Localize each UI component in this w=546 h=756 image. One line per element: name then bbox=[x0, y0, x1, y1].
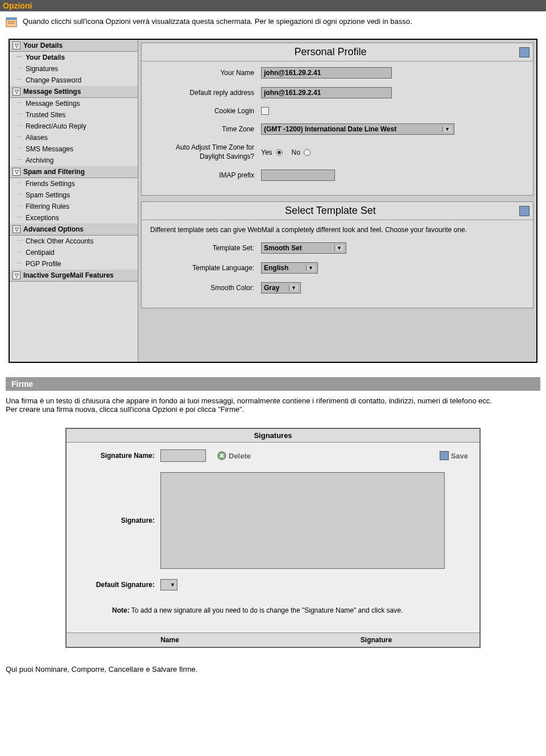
select-smooth-color[interactable]: Gray▼ bbox=[261, 282, 301, 294]
save-icon[interactable] bbox=[519, 206, 530, 216]
sidebar-section-message-settings[interactable]: ▽Message Settings bbox=[10, 86, 138, 98]
label-your-name: Your Name bbox=[150, 69, 261, 77]
th-signature: Signature bbox=[273, 633, 479, 647]
radio-dst-no[interactable] bbox=[304, 149, 311, 156]
label-time-zone: Time Zone bbox=[150, 125, 261, 133]
options-window: ▽Your Details Your Details Signatures Ch… bbox=[9, 39, 537, 363]
input-signature-name[interactable] bbox=[160, 449, 206, 462]
sidebar-item-archiving[interactable]: Archiving bbox=[10, 155, 138, 166]
sidebar-item-exceptions[interactable]: Exceptions bbox=[10, 212, 138, 224]
sidebar-item-pgp-profile[interactable]: PGP Profile bbox=[10, 258, 138, 270]
delete-button[interactable]: Delete bbox=[217, 451, 251, 460]
sidebar-item-redirect-auto-reply[interactable]: Redirect/Auto Reply bbox=[10, 121, 138, 132]
select-time-zone[interactable]: (GMT -1200) International Date Line West… bbox=[261, 123, 454, 135]
main-panel: Personal Profile Your Name john@161.29.2… bbox=[138, 40, 536, 362]
firme-description: Una firma è un testo di chiusura che app… bbox=[0, 391, 546, 419]
sidebar-section-your-details[interactable]: ▽Your Details bbox=[10, 40, 138, 52]
signatures-table-header: Name Signature bbox=[67, 633, 479, 647]
signatures-panel: Signatures Signature Name: Delete Save S… bbox=[65, 428, 481, 648]
signatures-note: Note: To add a new signature all you nee… bbox=[78, 601, 468, 626]
select-template-language[interactable]: English▼ bbox=[261, 262, 318, 274]
sidebar-item-filtering-rules[interactable]: Filtering Rules bbox=[10, 201, 138, 212]
label-dst: Auto Adjust Time Zone for Daylight Savin… bbox=[150, 143, 261, 161]
label-default-signature: Default Signature: bbox=[78, 581, 160, 589]
label-template-language: Template Language: bbox=[150, 264, 261, 272]
textarea-signature[interactable] bbox=[160, 472, 445, 569]
sidebar-item-friends-settings[interactable]: Friends Settings bbox=[10, 178, 138, 189]
sidebar-item-sms-messages[interactable]: SMS Messages bbox=[10, 143, 138, 155]
intro-text: Quando clicchi sull'icona Opzioni verrà … bbox=[23, 17, 546, 27]
template-set-panel: Select Template Set Different template s… bbox=[141, 201, 533, 308]
bottom-text: Qui puoi Nominare, Comporre, Cancellare … bbox=[0, 656, 546, 682]
sidebar-section-advanced[interactable]: ▽Advanced Options bbox=[10, 224, 138, 236]
radio-dst-yes[interactable] bbox=[276, 149, 283, 156]
label-smooth-color: Smooth Color: bbox=[150, 284, 261, 292]
collapse-arrow-icon: ▽ bbox=[13, 42, 20, 49]
signatures-title: Signatures bbox=[67, 429, 479, 443]
chevron-down-icon: ▼ bbox=[306, 265, 315, 271]
panel-title: Personal Profile bbox=[142, 43, 519, 61]
label-cookie-login: Cookie Login bbox=[150, 107, 261, 115]
chevron-down-icon: ▼ bbox=[442, 126, 452, 132]
collapse-arrow-icon: ▽ bbox=[13, 271, 20, 279]
personal-profile-panel: Personal Profile Your Name john@161.29.2… bbox=[141, 43, 533, 196]
label-signature-name: Signature Name: bbox=[78, 452, 160, 460]
save-icon[interactable] bbox=[519, 47, 530, 57]
sidebar-item-your-details[interactable]: Your Details bbox=[10, 52, 138, 63]
svg-rect-1 bbox=[6, 18, 16, 20]
input-your-name[interactable]: john@161.29.2.41 bbox=[261, 67, 392, 79]
sidebar-item-trusted-sites[interactable]: Trusted Sites bbox=[10, 109, 138, 121]
chevron-down-icon: ▼ bbox=[289, 285, 298, 291]
sidebar-item-signatures[interactable]: Signatures bbox=[10, 63, 138, 75]
sidebar-item-check-other-accounts[interactable]: Check Other Accounts bbox=[10, 236, 138, 247]
section-title-opzioni: Opzioni bbox=[0, 0, 546, 11]
collapse-arrow-icon: ▽ bbox=[13, 88, 20, 96]
sidebar-item-message-settings[interactable]: Message Settings bbox=[10, 98, 138, 109]
chevron-down-icon: ▼ bbox=[168, 582, 177, 588]
sidebar-item-spam-settings[interactable]: Spam Settings bbox=[10, 189, 138, 201]
section-title-firme: Firme bbox=[6, 377, 540, 391]
save-button[interactable]: Save bbox=[440, 451, 468, 460]
sidebar: ▽Your Details Your Details Signatures Ch… bbox=[10, 40, 138, 362]
sidebar-section-spam-filtering[interactable]: ▽Spam and Filtering bbox=[10, 166, 138, 178]
delete-icon bbox=[217, 451, 226, 460]
collapse-arrow-icon: ▽ bbox=[13, 225, 20, 233]
checkbox-cookie-login[interactable] bbox=[261, 107, 269, 115]
input-imap-prefix[interactable] bbox=[261, 170, 335, 181]
save-icon bbox=[440, 451, 449, 460]
options-icon bbox=[6, 17, 17, 27]
select-template-set[interactable]: Smooth Set▼ bbox=[261, 242, 346, 254]
label-imap-prefix: IMAP prefix bbox=[150, 171, 261, 179]
panel-title: Select Template Set bbox=[142, 202, 519, 220]
collapse-arrow-icon: ▽ bbox=[13, 168, 20, 176]
sidebar-item-change-password[interactable]: Change Password bbox=[10, 75, 138, 86]
label-reply-address: Default reply address bbox=[150, 89, 261, 97]
select-default-signature[interactable]: ▼ bbox=[160, 579, 177, 590]
sidebar-item-aliases[interactable]: Aliases bbox=[10, 132, 138, 143]
label-signature: Signature: bbox=[78, 517, 160, 524]
sidebar-section-inactive[interactable]: ▽Inactive SurgeMail Features bbox=[10, 270, 138, 282]
template-desc: Different template sets can give WebMail… bbox=[150, 226, 524, 234]
chevron-down-icon: ▼ bbox=[334, 245, 344, 251]
input-reply-address[interactable]: john@161.29.2.41 bbox=[261, 87, 392, 98]
sidebar-item-centipaid[interactable]: Centipaid bbox=[10, 247, 138, 258]
label-template-set: Template Set: bbox=[150, 244, 261, 252]
th-name: Name bbox=[67, 633, 273, 647]
